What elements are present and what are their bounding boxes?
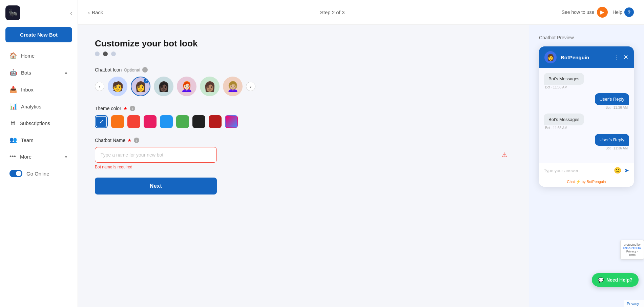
user-time-1: Bot · 11:36 AM [605, 106, 628, 109]
theme-color-info[interactable]: i [130, 106, 135, 111]
step-dot-3 [111, 52, 116, 56]
bot-bubble-2: Bot's Messages [544, 114, 584, 125]
avatar-option-5[interactable]: 👩🏽 [200, 77, 220, 96]
chat-bot-name: BotPenguin [561, 55, 610, 60]
send-icon[interactable]: ➤ [624, 167, 629, 174]
emoji-icon[interactable]: 🙂 [614, 167, 621, 174]
sidebar-collapse-button[interactable]: ‹ [70, 9, 72, 17]
step-dot-2 [103, 52, 108, 56]
sidebar-item-label: Analytics [21, 104, 41, 109]
chat-input-icons: 🙂 ➤ [614, 167, 629, 174]
toggle-switch[interactable] [9, 170, 22, 177]
user-message-2: User's Reply Bot · 11:36 AM [544, 134, 629, 150]
sidebar-item-inbox[interactable]: 📥 Inbox [3, 82, 75, 97]
stepper-dots [95, 52, 512, 56]
user-message-1: User's Reply Bot · 11:36 AM [544, 93, 629, 109]
chevron-up-icon: ▲ [64, 70, 68, 75]
color-swatch-green[interactable] [176, 115, 189, 128]
color-swatch-black[interactable] [192, 115, 205, 128]
user-time-2: Bot · 11:36 AM [605, 146, 628, 150]
bot-bubble-1: Bot's Messages [544, 73, 584, 85]
avatar-option-2[interactable]: 👩 ✓ [131, 77, 150, 96]
chatbot-name-info[interactable]: i [134, 138, 139, 143]
sidebar-item-home[interactable]: 🏠 Home [3, 48, 75, 63]
back-button[interactable]: ‹ Back [88, 9, 103, 15]
avatar-row: ‹ 🧑 👩 ✓ 👩🏿 👩🏻‍🦰 👩🏽 👩🏼‍🦱 › [95, 77, 512, 96]
create-new-bot-button[interactable]: Create New Bot [5, 27, 72, 42]
sidebar-item-bots[interactable]: 🤖 Bots ▲ [3, 65, 75, 80]
chat-input-placeholder: Type your answer [544, 168, 610, 173]
chat-header: 👩 BotPenguin ⋮ ✕ [539, 46, 634, 68]
color-swatch-orange[interactable] [111, 115, 124, 128]
help-button[interactable]: Help ? [612, 7, 634, 17]
sidebar-item-label: Bots [21, 70, 31, 76]
page-title: Customize your bot look [95, 38, 512, 49]
sidebar-logo: 🐜 ‹ [0, 5, 78, 26]
bot-message-2: Bot's Messages Bot · 11:36 AM [544, 114, 629, 130]
input-error-icon: ⚠ [502, 151, 507, 159]
privacy-link[interactable]: Privacy - [624, 300, 644, 307]
color-swatch-pink[interactable] [144, 115, 157, 128]
theme-color-label: Theme color ★ i [95, 106, 512, 111]
more-icon: ••• [9, 153, 16, 160]
color-swatch-gradient[interactable] [225, 115, 238, 128]
color-swatch-dark-red[interactable] [209, 115, 222, 128]
see-how-to-use-link[interactable]: See how to use ▶ [562, 7, 608, 18]
sidebar-item-label: Team [21, 137, 34, 143]
avatar-option-4[interactable]: 👩🏻‍🦰 [177, 77, 196, 96]
chat-input-bar: Type your answer 🙂 ➤ [539, 163, 634, 178]
chat-close-icon[interactable]: ✕ [623, 54, 628, 61]
form-area: Customize your bot look Chatbot Icon Opt… [78, 25, 529, 307]
home-icon: 🏠 [9, 52, 17, 59]
bot-message-1: Bot's Messages Bot · 11:36 AM [544, 73, 629, 89]
go-online-label: Go Online [26, 171, 49, 177]
sidebar-item-label: Inbox [21, 87, 34, 93]
logo-icon: 🐜 [5, 5, 20, 20]
bots-icon: 🤖 [9, 69, 17, 76]
team-icon: 👥 [9, 136, 17, 144]
name-error-message: Bot name is required [95, 165, 512, 169]
avatar-next-button[interactable]: › [246, 82, 255, 91]
whatsapp-icon: 💬 [598, 277, 604, 283]
avatar-option-3[interactable]: 👩🏿 [154, 77, 173, 96]
see-how-circle-icon: ▶ [597, 7, 608, 18]
chatbot-preview-card: 👩 BotPenguin ⋮ ✕ Bot's Messages Bot · 11… [539, 46, 634, 187]
sidebar-item-more[interactable]: ••• More ▼ [3, 149, 75, 164]
color-row: ✓ [95, 115, 512, 128]
analytics-icon: 📊 [9, 103, 17, 110]
color-swatch-blue[interactable]: ✓ [95, 115, 108, 128]
avatar-prev-button[interactable]: ‹ [95, 82, 104, 91]
step-indicator: Step 2 of 3 [320, 9, 345, 15]
sidebar-item-analytics[interactable]: 📊 Analytics [3, 99, 75, 114]
sidebar-item-label: Home [21, 53, 35, 59]
color-swatch-red[interactable] [127, 115, 140, 128]
inbox-icon: 📥 [9, 86, 17, 93]
chatbot-name-input[interactable] [95, 147, 217, 163]
bot-time-1: Bot · 11:36 AM [545, 85, 567, 89]
main-content: ‹ Back Step 2 of 3 See how to use ▶ Help… [78, 0, 644, 307]
preview-area: Chatbot Preview 👩 BotPenguin ⋮ ✕ Bot's M… [529, 25, 644, 307]
topbar-right: See how to use ▶ Help ? [562, 7, 634, 18]
sidebar-item-label: Subscriptions [20, 120, 50, 126]
preview-title: Chatbot Preview [539, 35, 574, 40]
back-arrow-icon: ‹ [88, 9, 90, 15]
sidebar-item-team[interactable]: 👥 Team [3, 132, 75, 148]
sidebar-item-subscriptions[interactable]: 🖥 Subscriptions [3, 116, 75, 131]
sidebar-item-label: More [20, 154, 32, 160]
chat-header-avatar: 👩 [544, 51, 557, 63]
go-online-toggle[interactable]: Go Online [3, 166, 75, 181]
chatbot-name-input-wrap: ⚠ [95, 147, 512, 163]
avatar-option-1[interactable]: 🧑 [108, 77, 127, 96]
chat-footer: Chat ⚡ by BotPenguin [539, 178, 634, 187]
next-button[interactable]: Next [95, 178, 217, 195]
recaptcha-badge: protected by reCAPTCHA Privacy · Term [620, 240, 644, 260]
need-help-button[interactable]: 💬 Need Help? [592, 273, 639, 287]
topbar: ‹ Back Step 2 of 3 See how to use ▶ Help… [78, 0, 644, 25]
color-swatch-light-blue[interactable] [160, 115, 173, 128]
chevron-down-icon: ▼ [64, 155, 68, 159]
avatar-option-6[interactable]: 👩🏼‍🦱 [223, 77, 243, 96]
bot-time-2: Bot · 11:36 AM [545, 126, 567, 130]
chat-menu-icon[interactable]: ⋮ [614, 54, 620, 61]
step-dot-1 [95, 52, 100, 56]
chatbot-icon-info[interactable]: i [142, 67, 148, 73]
